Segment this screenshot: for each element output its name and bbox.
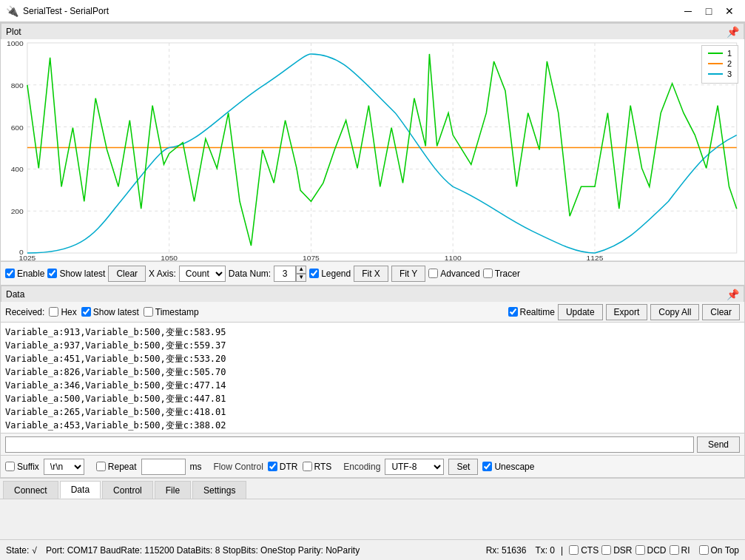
fit-y-button[interactable]: Fit Y [391,266,425,282]
data-show-latest-label[interactable]: Show latest [81,307,139,317]
app-icon: 🔌 [6,5,18,17]
data-show-latest-checkbox[interactable] [81,307,91,317]
tx-value: Tx: 0 [535,545,555,556]
tab-control[interactable]: Control [102,481,153,499]
copy-all-button[interactable]: Copy All [650,304,699,320]
on-top-checkbox[interactable] [699,545,709,555]
rts-label: RTS [314,462,332,472]
hex-checkbox[interactable] [49,307,58,317]
unescape-checkbox-label[interactable]: Unescape [482,462,534,472]
advanced-checkbox-label[interactable]: Advanced [428,269,479,279]
suffix-checkbox-label[interactable]: Suffix [5,462,39,472]
legend-label-1: 1 [727,49,732,58]
realtime-label: Realtime [520,307,555,317]
plot-clear-button[interactable]: Clear [108,266,146,282]
data-line: Variable_a:453,Variable_b:500,变量c:388.02 [5,419,740,432]
plot-pin-icon[interactable]: 📌 [727,26,739,38]
timestamp-label: Timestamp [155,307,199,317]
data-num-input[interactable] [274,266,296,282]
show-latest-checkbox[interactable] [47,269,57,278]
app-title: SerialTest - SerialPort [23,6,109,16]
enable-checkbox-label[interactable]: Enable [5,269,44,279]
unescape-checkbox[interactable] [482,462,492,471]
tracer-checkbox-label[interactable]: Tracer [483,269,520,279]
spinner-up-button[interactable]: ▲ [296,266,306,274]
realtime-checkbox-label[interactable]: Realtime [508,307,555,317]
title-bar: 🔌 SerialTest - SerialPort ─ □ ✕ [0,0,745,22]
svg-text:800: 800 [11,81,24,90]
send-area: Send [1,434,744,456]
svg-text:1050: 1050 [161,254,178,260]
ri-checkbox[interactable] [670,545,679,555]
dsr-label: DSR [613,545,632,556]
spinner-down-button[interactable]: ▼ [296,274,306,282]
fit-x-button[interactable]: Fit X [354,266,388,282]
legend-checkbox[interactable] [309,269,319,278]
tab-data[interactable]: Data [60,481,101,499]
dtr-checkbox[interactable] [268,462,277,471]
tab-settings[interactable]: Settings [192,481,246,499]
suffix-select[interactable]: \r\n \r \n [44,459,84,475]
plot-header: Plot 📌 [1,23,744,39]
cts-checkbox[interactable] [569,545,579,555]
realtime-checkbox[interactable] [508,307,518,317]
plot-controls: Enable Show latest Clear X Axis: Count T… [1,261,744,285]
x-axis-select[interactable]: Count Time [179,266,226,282]
data-line: Variable_a:500,Variable_b:500,变量c:447.81 [5,392,740,405]
data-num-spinner: ▲ ▼ [274,266,306,282]
state-value: √ [32,545,37,556]
repeat-input[interactable]: 1000 [141,459,186,475]
send-input[interactable] [5,436,694,453]
maximize-button[interactable]: □ [699,4,718,18]
rx-value: Rx: 51636 [486,545,527,556]
export-button[interactable]: Export [606,304,648,320]
state-label: State: [6,545,29,556]
repeat-checkbox[interactable] [96,462,106,471]
data-clear-button[interactable]: Clear [702,304,740,320]
dtr-checkbox-label[interactable]: DTR [268,462,298,472]
tab-connect[interactable]: Connect [3,481,58,499]
svg-text:1025: 1025 [18,254,36,260]
plot-legend: 1 2 3 [701,45,738,84]
send-button[interactable]: Send [697,436,740,453]
on-top-checkbox-label[interactable]: On Top [699,545,739,556]
legend-item-1: 1 [708,49,732,58]
dcd-checkbox[interactable] [636,545,645,555]
svg-text:200: 200 [11,207,24,215]
enable-checkbox[interactable] [5,269,15,278]
hex-label: Hex [61,307,76,317]
show-latest-checkbox-label[interactable]: Show latest [47,269,105,279]
status-sep: | [561,545,563,556]
rts-checkbox[interactable] [303,462,312,471]
tab-file[interactable]: File [155,481,191,499]
dsr-checkbox[interactable] [601,545,611,555]
close-button[interactable]: ✕ [720,4,739,18]
ri-checkbox-label[interactable]: RI [670,545,690,556]
timestamp-checkbox-label[interactable]: Timestamp [144,307,199,317]
set-button[interactable]: Set [448,459,478,475]
data-line: Variable_a:913,Variable_b:500,变量c:583.95 [5,325,740,339]
data-output[interactable]: Variable_a:913,Variable_b:500,变量c:583.95… [1,323,744,434]
legend-checkbox-label[interactable]: Legend [309,269,351,279]
suffix-group: Suffix \r\n \r \n [5,459,84,475]
data-pin-icon[interactable]: 📌 [727,289,739,300]
encoding-select[interactable]: UTF-8 ASCII [385,459,444,475]
dcd-label: DCD [647,545,667,556]
rts-checkbox-label[interactable]: RTS [303,462,332,472]
flow-control-label: Flow Control [214,462,263,472]
legend-label-3: 3 [727,70,732,78]
minimize-button[interactable]: ─ [678,4,698,18]
encoding-label: Encoding [343,462,380,472]
hex-checkbox-label[interactable]: Hex [49,307,76,317]
cts-checkbox-label[interactable]: CTS [569,545,599,556]
ms-label: ms [190,462,202,472]
tracer-checkbox[interactable] [483,269,493,278]
dcd-checkbox-label[interactable]: DCD [636,545,667,556]
dsr-checkbox-label[interactable]: DSR [601,545,632,556]
update-button[interactable]: Update [558,304,603,320]
repeat-checkbox-label[interactable]: Repeat [96,462,137,472]
advanced-checkbox[interactable] [428,269,438,278]
flow-control-group: Flow Control DTR RTS [214,462,332,472]
timestamp-checkbox[interactable] [144,307,153,317]
suffix-checkbox[interactable] [5,462,15,471]
